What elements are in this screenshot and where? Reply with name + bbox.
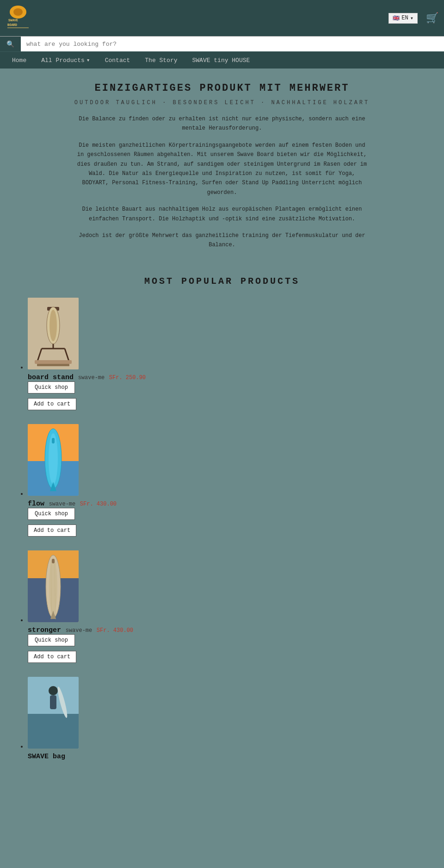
products-section-title: MOST POPULAR PRODUCTS	[18, 276, 444, 287]
hero-section: EINZIGARTIGES PRODUKT MIT MEHRWERT OUTDO…	[0, 69, 444, 271]
chevron-down-icon: ▾	[86, 56, 90, 64]
add-to-cart-button[interactable]: Add to cart	[28, 651, 76, 663]
product-image-stronger[interactable]	[28, 550, 79, 622]
search-icon: 🔍	[6, 40, 14, 48]
flag-icon: 🇬🇧	[393, 15, 400, 22]
product-name: board stand	[28, 374, 74, 381]
product-image-swave-bag[interactable]	[28, 677, 79, 749]
svg-point-12	[49, 310, 57, 341]
svg-rect-32	[50, 695, 56, 709]
product-brand: swave-me	[78, 375, 105, 381]
svg-rect-13	[35, 360, 72, 364]
nav-item-contact[interactable]: Contact	[98, 52, 138, 69]
add-to-cart-button[interactable]: Add to cart	[28, 525, 76, 537]
logo-icon[interactable]: SWAVE BOARD	[6, 4, 31, 32]
product-buttons: Quick shop Add to cart	[28, 381, 444, 410]
product-name: flow	[28, 500, 44, 508]
list-item: flow swave-me SFr. 430.00 Quick shop Add…	[28, 424, 444, 537]
list-item: board stand swave-me SFr. 250.90 Quick s…	[28, 298, 444, 410]
header: SWAVE BOARD 🇬🇧 EN ▾ 🛒	[0, 0, 444, 36]
svg-text:SWAVE: SWAVE	[8, 19, 18, 22]
hero-paragraph-4: Jedoch ist der größte Mehrwert das ganzh…	[74, 231, 370, 250]
svg-rect-30	[28, 714, 79, 749]
svg-rect-14	[37, 364, 69, 366]
cart-icon: 🛒	[426, 13, 438, 25]
nav-item-swave-tiny-house[interactable]: SWAVE tiny HOUSE	[185, 52, 258, 69]
quick-shop-button[interactable]: Quick shop	[28, 634, 75, 646]
product-name: SWAVE bag	[28, 753, 65, 761]
product-brand: swave-me	[66, 627, 92, 634]
search-bar: 🔍	[0, 36, 444, 51]
svg-rect-27	[52, 559, 55, 563]
product-price: SFr. 250.90	[109, 375, 146, 381]
product-brand: swave-me	[49, 501, 76, 507]
lang-selector[interactable]: 🇬🇧 EN ▾	[388, 13, 418, 24]
list-item: stronger swave-me SFr. 430.00 Quick shop…	[28, 550, 444, 663]
product-price: SFr. 430.00	[97, 627, 133, 634]
list-item: SWAVE bag	[28, 677, 444, 761]
svg-rect-19	[52, 438, 55, 443]
chevron-down-icon: ▾	[410, 15, 413, 22]
product-image-flow[interactable]	[28, 424, 79, 496]
product-list: board stand swave-me SFr. 250.90 Quick s…	[18, 298, 444, 761]
search-button[interactable]: 🔍	[0, 37, 21, 51]
hero-title: EINZIGARTIGES PRODUKT MIT MEHRWERT	[74, 82, 370, 94]
svg-point-1	[13, 8, 23, 16]
lang-label: EN	[401, 15, 408, 21]
cart-button[interactable]: 🛒	[426, 12, 438, 25]
search-input[interactable]	[21, 37, 444, 51]
product-buttons: Quick shop Add to cart	[28, 508, 444, 537]
product-buttons: Quick shop Add to cart	[28, 634, 444, 663]
product-name: stronger	[28, 626, 61, 634]
product-price: SFr. 430.00	[80, 501, 117, 507]
header-right: 🇬🇧 EN ▾ 🛒	[388, 12, 438, 25]
nav-item-home[interactable]: Home	[5, 52, 34, 69]
add-to-cart-button[interactable]: Add to cart	[28, 398, 76, 410]
nav-item-all-products[interactable]: All Products ▾	[34, 52, 97, 69]
svg-point-31	[49, 686, 58, 695]
main-nav: Home All Products ▾ Contact The Story SW…	[0, 51, 444, 69]
logo-area: SWAVE BOARD	[6, 4, 31, 32]
svg-point-24	[49, 559, 57, 614]
hero-paragraph-2: Die meisten ganzheitlichen Körpertrainin…	[74, 141, 370, 197]
hero-paragraph-1: Die Balance zu finden oder zu erhalten i…	[74, 114, 370, 133]
hero-paragraph-3: Die leichte Bauart aus nachhaltigem Holz…	[74, 205, 370, 224]
product-image-board-stand[interactable]	[28, 298, 79, 369]
nav-item-the-story[interactable]: The Story	[137, 52, 185, 69]
hero-subtitle: OUTDOOR TAUGLICH · BESONDERS LEICHT · NA…	[74, 100, 370, 106]
products-section: MOST POPULAR PRODUCTS	[0, 271, 444, 788]
quick-shop-button[interactable]: Quick shop	[28, 381, 75, 393]
svg-text:BOARD: BOARD	[7, 23, 17, 27]
quick-shop-button[interactable]: Quick shop	[28, 508, 75, 520]
